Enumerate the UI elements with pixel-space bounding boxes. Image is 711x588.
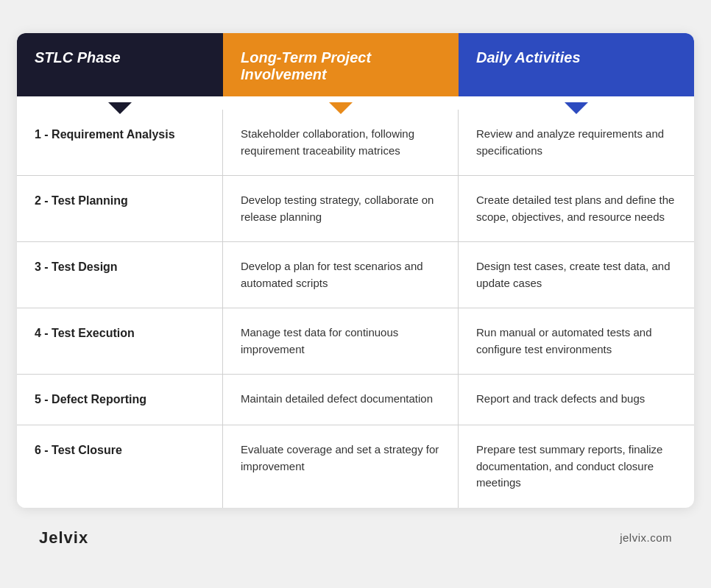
- footer-logo: Jelvix: [39, 528, 88, 548]
- phase-cell: 6 - Test Closure: [17, 425, 223, 508]
- table-row: 6 - Test Closure Evaluate coverage and s…: [17, 425, 694, 508]
- longterm-cell: Maintain detailed defect documentation: [223, 375, 459, 425]
- footer: Jelvix jelvix.com: [17, 515, 694, 555]
- table-body: 1 - Requirement Analysis Stakeholder col…: [17, 110, 694, 508]
- table-row: 1 - Requirement Analysis Stakeholder col…: [17, 110, 694, 176]
- phase-cell: 3 - Test Design: [17, 242, 223, 308]
- arrow-orange-cell: [223, 96, 459, 110]
- table-row: 4 - Test Execution Manage test data for …: [17, 308, 694, 375]
- arrow-blue-cell: [459, 96, 694, 110]
- header-longterm-label: Long-Term Project Involvement: [241, 49, 371, 82]
- phase-cell: 4 - Test Execution: [17, 308, 223, 374]
- longterm-cell: Develop testing strategy, collaborate on…: [223, 176, 459, 241]
- main-table: STLC Phase Long-Term Project Involvement…: [17, 33, 694, 508]
- phase-cell: 5 - Defect Reporting: [17, 375, 223, 425]
- longterm-cell: Stakeholder collaboration, following req…: [223, 110, 459, 175]
- daily-cell: Report and track defects and bugs: [459, 375, 694, 425]
- header-phase: STLC Phase: [17, 33, 223, 96]
- header-daily: Daily Activities: [459, 33, 694, 96]
- arrow-dark-icon: [108, 102, 132, 114]
- table-row: 2 - Test Planning Develop testing strate…: [17, 176, 694, 242]
- daily-cell: Prepare test summary reports, finalize d…: [459, 425, 694, 508]
- arrow-orange-icon: [329, 102, 353, 114]
- table-header: STLC Phase Long-Term Project Involvement…: [17, 33, 694, 96]
- arrow-blue-icon: [565, 102, 588, 114]
- header-daily-label: Daily Activities: [476, 49, 581, 65]
- daily-cell: Review and analyze requirements and spec…: [459, 110, 694, 175]
- table-row: 5 - Defect Reporting Maintain detailed d…: [17, 375, 694, 425]
- footer-url: jelvix.com: [620, 531, 672, 544]
- header-phase-label: STLC Phase: [35, 49, 121, 65]
- phase-cell: 1 - Requirement Analysis: [17, 110, 223, 175]
- logo-text: Jelvix: [39, 528, 88, 547]
- daily-cell: Design test cases, create test data, and…: [459, 242, 694, 308]
- phase-cell: 2 - Test Planning: [17, 176, 223, 241]
- longterm-cell: Evaluate coverage and set a strategy for…: [223, 425, 459, 508]
- daily-cell: Run manual or automated tests and config…: [459, 308, 694, 374]
- longterm-cell: Develop a plan for test scenarios and au…: [223, 242, 459, 308]
- daily-cell: Create detailed test plans and define th…: [459, 176, 694, 241]
- arrow-row: [17, 96, 694, 110]
- longterm-cell: Manage test data for continuous improvem…: [223, 308, 459, 374]
- table-row: 3 - Test Design Develop a plan for test …: [17, 242, 694, 308]
- arrow-dark-cell: [17, 96, 223, 110]
- header-longterm: Long-Term Project Involvement: [223, 33, 459, 96]
